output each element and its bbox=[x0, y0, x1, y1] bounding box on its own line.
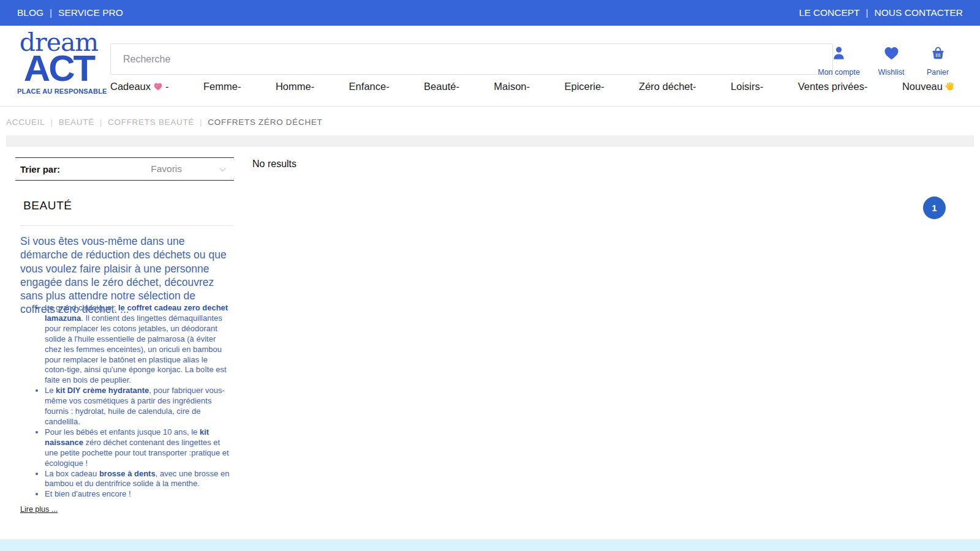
nav-item-femme[interactable]: Femme- bbox=[203, 81, 241, 92]
breadcrumb-separator: | bbox=[50, 118, 53, 127]
nav-item-nouveau[interactable]: Nouveau bbox=[902, 81, 956, 92]
category-title: BEAUTÉ bbox=[23, 199, 72, 212]
bullet-item: Et bien d'autres encore ! bbox=[45, 489, 230, 500]
header-actions: Mon compte Wishlist Panier bbox=[818, 45, 953, 77]
sort-label: Trier par: bbox=[20, 164, 60, 174]
logo-tagline: PLACE AU RESPONSABLE bbox=[17, 88, 100, 95]
nav-item-cadeaux[interactable]: Cadeaux - bbox=[110, 81, 169, 92]
read-more-link[interactable]: Lire plus ... bbox=[20, 505, 58, 514]
cart-button[interactable]: Panier bbox=[922, 45, 953, 77]
waving-hand-icon bbox=[944, 81, 956, 92]
breadcrumb-current: COFFRETS ZÉRO DÉCHET bbox=[208, 118, 322, 127]
breadcrumb-coffrets-beaute[interactable]: COFFRETS BEAUTÉ bbox=[108, 118, 194, 127]
sort-dropdown[interactable]: Trier par: Favoris bbox=[15, 157, 234, 181]
nav-item-zero-dechet[interactable]: Zéro déchet- bbox=[639, 81, 696, 92]
footer-strip bbox=[0, 539, 980, 551]
blog-link[interactable]: BLOG bbox=[17, 7, 43, 18]
account-button[interactable]: Mon compte bbox=[818, 45, 860, 77]
breadcrumb-separator: | bbox=[200, 118, 202, 127]
topbar-left: BLOG | SERVICE PRO bbox=[17, 7, 123, 18]
bullet-item: La box cadeau brosse à dents, avec une b… bbox=[45, 469, 230, 490]
account-label: Mon compte bbox=[818, 68, 860, 77]
topbar: BLOG | SERVICE PRO LE CONCEPT | NOUS CON… bbox=[0, 0, 980, 26]
topbar-separator: | bbox=[866, 7, 869, 18]
heart-icon bbox=[883, 45, 900, 64]
sort-selected-value: Favoris bbox=[151, 163, 182, 174]
wishlist-label: Wishlist bbox=[878, 68, 904, 77]
nav-item-beaute[interactable]: Beauté- bbox=[424, 81, 459, 92]
bullet-item: Le grand classique : le coffret cadeau z… bbox=[45, 303, 230, 386]
divider-bar bbox=[6, 135, 974, 147]
topbar-separator: | bbox=[50, 7, 52, 18]
nav-item-homme[interactable]: Homme- bbox=[276, 81, 314, 92]
sparkling-heart-icon bbox=[153, 81, 164, 92]
pagination-page-1[interactable]: 1 bbox=[923, 197, 946, 219]
user-icon bbox=[831, 45, 847, 64]
bullet-item: Pour les bébés et enfants jusque 10 ans,… bbox=[45, 427, 230, 469]
chevron-down-icon bbox=[217, 164, 228, 174]
search-input[interactable] bbox=[110, 43, 833, 75]
category-bullet-list: Le grand classique : le coffret cadeau z… bbox=[28, 303, 230, 500]
wishlist-button[interactable]: Wishlist bbox=[876, 45, 907, 77]
bullet-item: Le kit DIY crème hydratante, pour fabriq… bbox=[45, 386, 230, 427]
logo-act-text: ACT bbox=[17, 53, 100, 83]
breadcrumb-separator: | bbox=[100, 118, 102, 127]
header: dream ACT PLACE AU RESPONSABLE Mon compt… bbox=[0, 26, 980, 107]
le-concept-link[interactable]: LE CONCEPT bbox=[799, 7, 860, 18]
breadcrumb-accueil[interactable]: ACCUEIL bbox=[6, 118, 45, 127]
service-pro-link[interactable]: SERVICE PRO bbox=[58, 7, 123, 18]
nav-item-epicerie[interactable]: Epicerie- bbox=[565, 81, 605, 92]
nous-contacter-link[interactable]: NOUS CONTACTER bbox=[875, 7, 963, 18]
nav-item-loisirs[interactable]: Loisirs- bbox=[731, 81, 763, 92]
nav-item-maison[interactable]: Maison- bbox=[494, 81, 530, 92]
breadcrumb-beaute[interactable]: BEAUTÉ bbox=[59, 118, 94, 127]
category-divider bbox=[20, 225, 233, 226]
main-nav: Cadeaux -Femme-Homme-Enfance-Beauté-Mais… bbox=[110, 81, 956, 92]
nav-item-enfance[interactable]: Enfance- bbox=[349, 81, 390, 92]
topbar-right: LE CONCEPT | NOUS CONTACTER bbox=[799, 7, 963, 18]
breadcrumb: ACCUEIL|BEAUTÉ|COFFRETS BEAUTÉ|COFFRETS … bbox=[6, 118, 323, 127]
nav-item-ventes-privees[interactable]: Ventes privées- bbox=[798, 81, 868, 92]
basket-icon bbox=[930, 45, 946, 64]
logo[interactable]: dream ACT PLACE AU RESPONSABLE bbox=[17, 32, 100, 95]
cart-label: Panier bbox=[927, 68, 949, 77]
no-results-message: No results bbox=[252, 159, 296, 170]
